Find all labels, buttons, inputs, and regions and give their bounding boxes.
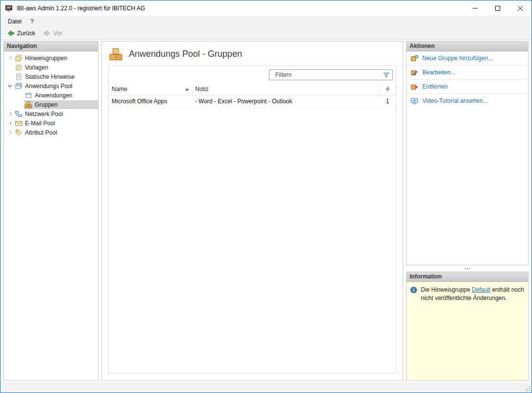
hinweisgruppen-icon (15, 54, 23, 62)
menu-datei[interactable]: Datei (3, 17, 26, 26)
action-label: Neue Gruppe hinzufügen... (422, 55, 493, 62)
minimize-button[interactable] (464, 0, 486, 16)
expander-spacer (6, 72, 14, 81)
expander-spacer (16, 100, 24, 109)
close-button[interactable] (509, 0, 532, 16)
information-body: Die Hinweisgruppe Default enthält noch n… (407, 282, 528, 380)
back-button-label: Zurück (17, 30, 35, 37)
vorlagen-icon (15, 64, 23, 71)
add-group-icon (411, 54, 418, 62)
tree-item-label: Gruppen (35, 101, 58, 108)
default-group-link[interactable]: Default (472, 286, 490, 293)
maximize-icon (495, 6, 500, 11)
expander-icon[interactable] (6, 54, 14, 62)
action-neue-gruppe-hinzufuegen[interactable]: Neue Gruppe hinzufügen... (407, 51, 528, 66)
column-header-count[interactable]: # (379, 83, 396, 95)
table-header-row: Name Notiz # (109, 83, 396, 95)
forward-button[interactable]: Vor (40, 28, 66, 38)
page-title: Anwendungs Pool - Gruppen (129, 49, 242, 59)
action-video-tutorial[interactable]: Video-Tutorial ansehen... (407, 94, 528, 108)
app-icon (5, 4, 13, 12)
gruppen-icon (24, 101, 32, 109)
cell-notiz: - Word - Excel - Powerpoint - Outlook (192, 95, 379, 108)
back-button[interactable]: Zurück (3, 28, 39, 38)
email-pool-icon (15, 119, 23, 127)
tree-item-label: Netzwerk Pool (25, 111, 63, 117)
panel-splitter[interactable] (406, 265, 529, 272)
group-listview: Name Notiz # Microsoft Office Apps - Wor… (108, 66, 396, 373)
toolbar: Zurück Vor (0, 27, 532, 40)
forward-arrow-icon (43, 29, 51, 37)
close-icon (518, 6, 523, 11)
resize-grip[interactable] (524, 385, 531, 392)
tree-item-label: Statische Hinweise (25, 73, 74, 80)
anwendungs-pool-icon (15, 82, 23, 90)
action-label: Bearbeiten... (422, 69, 456, 76)
maximize-button[interactable] (486, 0, 509, 16)
filter-row (109, 66, 396, 83)
action-label: Entfernen (422, 83, 448, 90)
info-icon (410, 286, 418, 294)
statische-hinweise-icon (15, 73, 23, 81)
splitter-dots-icon (465, 268, 466, 269)
gruppen-page-icon (109, 47, 123, 61)
tree-item-netzwerk-pool[interactable]: Netzwerk Pool (4, 109, 98, 118)
menubar: Datei ? (0, 16, 532, 27)
anwendungen-icon (24, 92, 32, 99)
main-panel: Anwendungs Pool - Gruppen (101, 41, 403, 381)
tree-item-label: Anwendungs Pool (25, 83, 73, 90)
tree-item-gruppen[interactable]: Gruppen (4, 100, 98, 109)
video-tutorial-icon (411, 97, 418, 105)
information-panel: Information Die Hinweisgruppe Default en… (406, 272, 529, 381)
remove-icon (411, 83, 418, 91)
menu-help[interactable]: ? (26, 17, 38, 26)
statusbar (0, 382, 532, 393)
expander-spacer (6, 63, 14, 71)
tree-item-email-pool[interactable]: E-Mail Pool (4, 118, 98, 128)
filter-input[interactable] (269, 71, 383, 78)
tree-item-label: Hinweisgruppen (25, 55, 67, 62)
netzwerk-pool-icon (15, 110, 23, 118)
tree-item-anwendungs-pool[interactable]: Anwendungs Pool (4, 81, 98, 91)
column-header-name[interactable]: Name (109, 83, 192, 95)
window-title: IBI-aws Admin 1.22.0 - registriert für I… (17, 5, 145, 12)
tree-item-attribut-pool[interactable]: Attribut Pool (4, 128, 98, 137)
cell-name: Microsoft Office Apps (109, 95, 192, 108)
information-header: Information (407, 272, 528, 282)
edit-icon (411, 69, 418, 76)
navigation-panel: Navigation Hinweisgruppen (3, 41, 98, 381)
right-column: Aktionen Neue Gruppe hinzufügen... Bearb… (406, 41, 529, 381)
column-header-notiz[interactable]: Notiz (192, 83, 379, 95)
expander-icon[interactable] (6, 128, 14, 137)
navigation-tree: Hinweisgruppen Vorlagen (4, 51, 98, 137)
sort-ascending-icon (185, 88, 189, 91)
minimize-icon (473, 6, 478, 11)
tree-item-label: E-Mail Pool (25, 120, 55, 127)
expander-icon[interactable] (6, 119, 14, 127)
information-text: Die Hinweisgruppe Default enthält noch n… (421, 286, 525, 302)
expander-icon[interactable] (6, 82, 14, 90)
main-title-row: Anwendungs Pool - Gruppen (102, 42, 403, 66)
app-window: IBI-aws Admin 1.22.0 - registriert für I… (0, 0, 532, 393)
groups-table: Name Notiz # Microsoft Office Apps - Wor… (109, 83, 396, 108)
table-row[interactable]: Microsoft Office Apps - Word - Excel - P… (109, 95, 396, 108)
tree-item-statische-hinweise[interactable]: Statische Hinweise (4, 72, 98, 81)
action-entfernen[interactable]: Entfernen (407, 80, 528, 94)
tree-item-vorlagen[interactable]: Vorlagen (4, 63, 98, 72)
back-arrow-icon (7, 29, 15, 37)
cell-count: 1 (379, 95, 396, 108)
expander-icon[interactable] (6, 110, 14, 118)
navigation-header: Navigation (4, 42, 98, 51)
action-bearbeiten[interactable]: Bearbeiten... (407, 66, 528, 80)
tree-item-anwendungen[interactable]: Anwendungen (4, 91, 98, 100)
titlebar: IBI-aws Admin 1.22.0 - registriert für I… (0, 0, 532, 16)
tree-item-hinweisgruppen[interactable]: Hinweisgruppen (4, 53, 98, 63)
filter-funnel-icon[interactable] (383, 72, 389, 78)
tree-item-label: Vorlagen (25, 64, 48, 71)
aktionen-header: Aktionen (407, 42, 528, 51)
info-text-before: Die Hinweisgruppe (421, 286, 472, 293)
tree-item-label: Attribut Pool (25, 129, 57, 136)
forward-button-label: Vor (53, 30, 62, 37)
attribut-pool-icon (15, 129, 23, 137)
tree-item-label: Anwendungen (35, 92, 73, 99)
